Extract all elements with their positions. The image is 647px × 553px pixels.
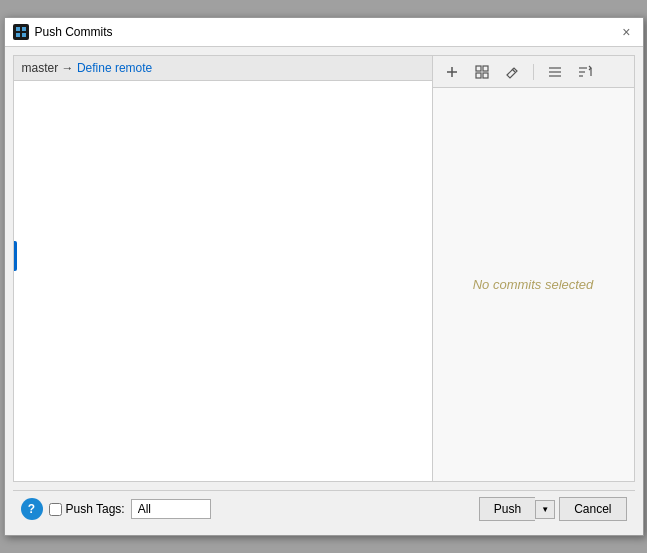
left-panel: master → Define remote: [13, 55, 433, 482]
push-dropdown-button[interactable]: ▼: [535, 500, 555, 519]
tags-dropdown[interactable]: All None: [131, 499, 211, 519]
push-tags-text: Push Tags:: [66, 502, 125, 516]
panels-area: master → Define remote: [13, 55, 635, 482]
svg-rect-2: [16, 33, 20, 37]
branch-info: master → Define remote: [22, 61, 153, 75]
dialog-body: master → Define remote: [5, 47, 643, 535]
arrow-separator: →: [62, 61, 74, 75]
title-bar-left: Push Commits: [13, 24, 113, 40]
svg-rect-3: [22, 33, 26, 37]
app-icon: [13, 24, 29, 40]
svg-rect-8: [476, 73, 481, 78]
toolbar-add-btn[interactable]: [441, 63, 463, 81]
close-button[interactable]: ×: [618, 25, 634, 39]
toolbar-grid-btn[interactable]: [471, 63, 493, 81]
svg-rect-1: [22, 27, 26, 31]
svg-rect-6: [476, 66, 481, 71]
left-panel-header: master → Define remote: [14, 56, 432, 81]
tags-dropdown-wrapper: All None: [131, 499, 211, 519]
cancel-button[interactable]: Cancel: [559, 497, 626, 521]
push-tags-section: ? Push Tags: All None: [21, 498, 479, 520]
toolbar-sort-btn[interactable]: [574, 63, 596, 81]
bottom-bar: ? Push Tags: All None Push ▼ Cancel: [13, 490, 635, 527]
right-panel: No commits selected: [433, 55, 635, 482]
define-remote-link[interactable]: Define remote: [77, 61, 152, 75]
toolbar-align-btn[interactable]: [544, 63, 566, 81]
no-commits-message: No commits selected: [433, 88, 634, 481]
toolbar-edit-btn[interactable]: [501, 63, 523, 81]
svg-rect-0: [16, 27, 20, 31]
push-tags-label[interactable]: Push Tags:: [49, 502, 125, 516]
svg-rect-7: [483, 66, 488, 71]
edge-indicator: [14, 241, 17, 271]
help-button[interactable]: ?: [21, 498, 43, 520]
branch-name: master: [22, 61, 59, 75]
push-button[interactable]: Push: [479, 497, 535, 521]
toolbar-separator: [533, 64, 534, 80]
svg-rect-9: [483, 73, 488, 78]
left-panel-content: [14, 81, 432, 481]
dialog-title: Push Commits: [35, 25, 113, 39]
action-buttons: Push ▼ Cancel: [479, 497, 627, 521]
svg-line-10: [512, 69, 515, 72]
title-bar: Push Commits ×: [5, 18, 643, 47]
right-panel-toolbar: [433, 56, 634, 88]
push-btn-group: Push ▼: [479, 497, 555, 521]
push-tags-checkbox[interactable]: [49, 503, 62, 516]
push-commits-dialog: Push Commits × master → Define remote: [4, 17, 644, 536]
